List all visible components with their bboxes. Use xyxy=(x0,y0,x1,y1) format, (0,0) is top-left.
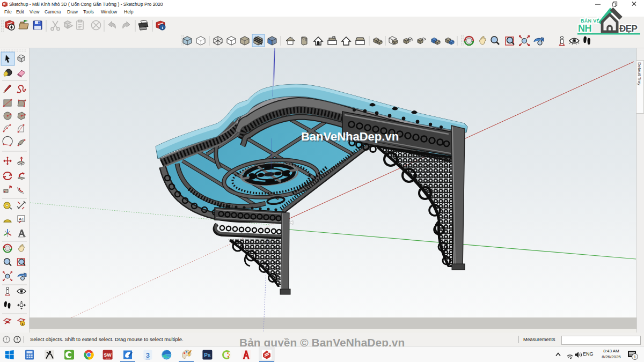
svg-text:NH: NH xyxy=(578,23,591,34)
svg-text:A1: A1 xyxy=(19,217,24,221)
svg-text:1: 1 xyxy=(634,354,636,359)
svg-text:ĐẸP: ĐẸP xyxy=(619,24,638,34)
svg-text:Ps: Ps xyxy=(204,352,211,358)
svg-text:3: 3 xyxy=(146,351,150,359)
svg-text:BanVeNhaDep.vn: BanVeNhaDep.vn xyxy=(301,130,399,143)
svg-text:2016: 2016 xyxy=(105,357,111,360)
